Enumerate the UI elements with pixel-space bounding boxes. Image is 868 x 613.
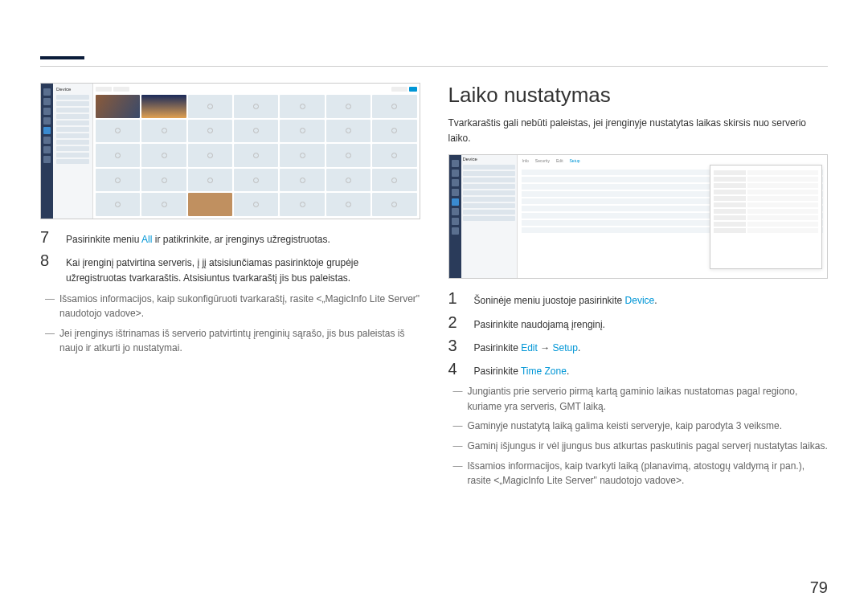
ss-tree-item (56, 95, 89, 100)
header-divider (40, 66, 828, 67)
text: Pasirinkite (474, 342, 522, 353)
text: . (654, 295, 657, 306)
ss-thumbnail-empty (280, 144, 324, 167)
ss-tree-item (56, 127, 89, 132)
ss-panel-title: Device (56, 87, 89, 92)
nav-icon (43, 146, 51, 153)
menu-link-all: All (141, 234, 152, 245)
ss-tree-item (56, 114, 89, 119)
ss-thumbnail-empty (280, 193, 324, 216)
step-1: 1 Šoninėje meniu juostoje pasirinkite De… (448, 290, 829, 309)
nav-icon (452, 179, 459, 186)
step-text: Pasirinkite naudojamą įrenginį. (474, 317, 605, 333)
text: ir patikrinkite, ar įrenginys užregistru… (152, 234, 330, 245)
ss-tree-item (56, 146, 89, 151)
ss-thumbnail-empty (280, 120, 324, 143)
ss-dialog-row (714, 209, 818, 214)
ss-tree-item (463, 197, 515, 202)
right-column: Laiko nustatymas Tvarkaraštis gali nebūt… (448, 83, 829, 493)
nav-icon-active (452, 198, 459, 206)
ss-tree-item (56, 159, 89, 164)
ss-thumbnail (96, 95, 140, 118)
step-number: 2 (448, 314, 461, 330)
ss-toolbar-btn (113, 87, 129, 92)
header-rule (40, 56, 84, 59)
ss-thumbnail-empty (326, 144, 371, 167)
arrow-icon: → (538, 342, 553, 353)
nav-icon (43, 108, 51, 115)
ss-main-area: Info Security Edit Setup (518, 155, 828, 278)
ss-tree-item (56, 153, 89, 157)
step-2: 2 Pasirinkite naudojamą įrenginį. (448, 314, 829, 333)
ss-dialog-row (714, 196, 818, 201)
ss-thumbnail-empty (141, 193, 186, 216)
step-8: 8 Kai įrenginį patvirtina serveris, į jį… (40, 252, 420, 286)
step-7: 7 Pasirinkite meniu All ir patikrinkite,… (40, 229, 420, 247)
ss-thumbnail-empty (372, 169, 416, 192)
nav-icon (452, 170, 459, 177)
note-gmt: Jungiantis prie serverio pirmą kartą gam… (458, 384, 829, 414)
ss-sidebar (41, 84, 53, 219)
ss-tree-item (463, 216, 515, 221)
ss-sidebar (449, 155, 461, 278)
ss-thumbnail-empty (96, 144, 140, 167)
step-text: Pasirinkite Time Zone. (474, 364, 570, 379)
ss-tree-item (56, 108, 89, 112)
ss-toolbar-btn-primary (409, 87, 417, 92)
nav-icon (43, 156, 51, 163)
ss-dialog-row (714, 215, 818, 220)
step-number: 1 (448, 290, 461, 306)
ss-thumbnail-empty (372, 144, 416, 167)
ss-toolbar-btn (391, 87, 407, 92)
note-change-time: Gaminyje nustatytą laiką galima keisti s… (458, 419, 829, 434)
menu-link-device: Device (625, 295, 655, 306)
nav-icon (452, 218, 459, 225)
step-text: Kai įrenginį patvirtina serveris, į jį a… (66, 255, 420, 286)
step-number: 7 (40, 229, 53, 245)
ss-thumbnail-empty (96, 120, 140, 143)
ss-thumbnail-empty (141, 120, 186, 143)
ss-tab: Security (535, 158, 550, 163)
note-device-delete: Jei įrenginys ištrinamas iš serverio pat… (50, 326, 420, 356)
step-text: Pasirinkite meniu All ir patikrinkite, a… (66, 232, 330, 247)
menu-link-setup: Setup (553, 342, 578, 353)
step-4: 4 Pasirinkite Time Zone. (448, 361, 829, 379)
nav-icon (452, 208, 459, 215)
note-manage-time: Išsamios informacijos, kaip tvarkyti lai… (458, 459, 829, 488)
ss-tree-item (56, 101, 89, 106)
step-3: 3 Pasirinkite Edit → Setup. (448, 337, 829, 356)
text: . (578, 342, 580, 353)
ss-thumbnail-empty (234, 193, 278, 216)
nav-icon (43, 117, 51, 125)
text: Pasirinkite (474, 366, 521, 377)
ss-thumbnail-empty (326, 193, 371, 216)
ss-main-area (93, 84, 420, 219)
menu-link-edit: Edit (521, 342, 538, 353)
ss-tab: Edit (556, 158, 563, 163)
ss-thumbnail-empty (326, 169, 371, 192)
screenshot-device-setup: Device Info Security Edit (448, 154, 829, 279)
page-number: 79 (810, 578, 828, 597)
ss-dialog-row (714, 190, 818, 194)
nav-icon (43, 98, 51, 105)
nav-icon (43, 88, 51, 96)
text: . (567, 366, 569, 377)
screenshot-device-grid: Device (40, 83, 420, 219)
ss-tree-item (463, 203, 515, 208)
ss-tree-item (463, 171, 515, 176)
ss-thumbnail-empty (141, 169, 186, 192)
text: Pasirinkite meniu (66, 234, 141, 245)
ss-tab-active: Setup (570, 158, 580, 163)
ss-thumbnail-empty (372, 95, 416, 118)
ss-thumbnail (141, 95, 186, 118)
nav-icon (452, 189, 459, 196)
nav-icon (43, 137, 51, 144)
ss-left-panel: Device (53, 84, 93, 219)
step-number: 3 (448, 337, 461, 353)
ss-thumbnail-empty (234, 120, 278, 143)
step-number: 8 (40, 252, 53, 268)
ss-thumbnail-empty (188, 169, 232, 192)
ss-thumbnail-empty (372, 193, 416, 216)
ss-thumbnail-empty (188, 95, 232, 118)
ss-thumbnail-empty (234, 144, 278, 167)
